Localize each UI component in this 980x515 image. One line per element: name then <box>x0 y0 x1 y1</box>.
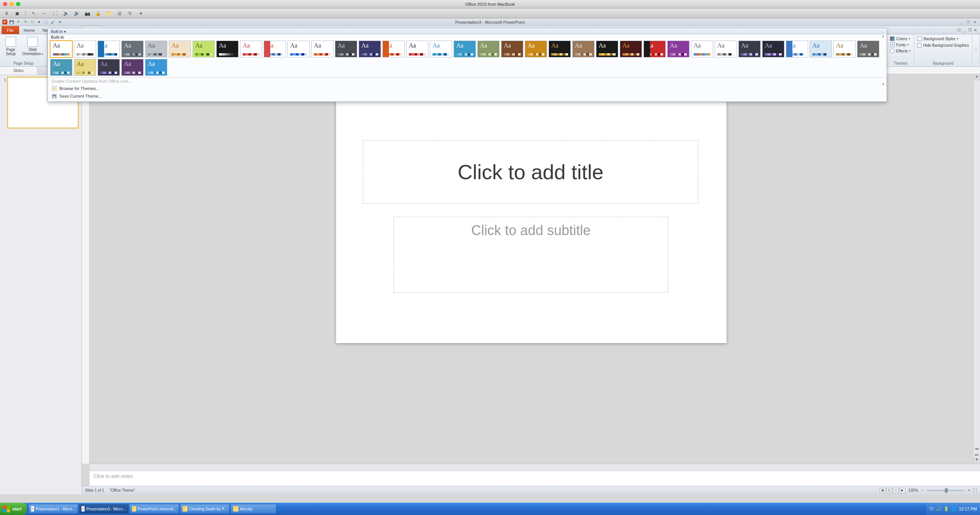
theme-thumb-0[interactable]: Aa <box>50 41 72 57</box>
refresh-icon[interactable]: ↻ <box>127 10 134 16</box>
theme-thumb-10[interactable]: Aa <box>287 41 310 57</box>
theme-thumb-23[interactable]: Aa <box>596 41 618 57</box>
theme-thumb-31[interactable]: Aa <box>786 41 808 57</box>
slideshow-view-icon[interactable]: ▶ <box>899 488 905 493</box>
theme-thumb-15[interactable]: Aa <box>406 41 428 57</box>
browse-for-themes[interactable]: 📁 Browse for Themes... <box>49 85 886 92</box>
effects-button[interactable]: Effects▾ <box>889 48 911 54</box>
task-item-2[interactable]: 📁PowerPoint Universit... <box>129 504 179 514</box>
tab-slides[interactable]: Slides <box>0 67 38 75</box>
close-button[interactable] <box>3 2 7 6</box>
close-window-icon[interactable]: ✕ <box>972 20 978 25</box>
prev-slide-icon[interactable]: ⏮ <box>973 446 980 451</box>
theme-thumb-1[interactable]: Aa <box>74 41 96 57</box>
theme-thumb-8[interactable]: Aa <box>240 41 262 57</box>
powerpoint-icon[interactable]: P <box>2 20 7 25</box>
clock[interactable]: 12:17 PM <box>959 507 977 511</box>
theme-thumb-18[interactable]: Aa <box>477 41 500 57</box>
vertical-scrollbar[interactable]: ▲ ▼ ⏮ ⏭ <box>973 74 980 464</box>
theme-thumb-20[interactable]: Aa <box>525 41 547 57</box>
theme-thumb-3[interactable]: Aa <box>121 41 144 57</box>
theme-thumb-9[interactable]: Aa <box>264 41 286 57</box>
theme-thumb-5[interactable]: Aa <box>169 41 191 57</box>
tray-icon-2[interactable]: 🔊 <box>936 507 941 512</box>
camera-icon[interactable]: 📷 <box>84 10 91 16</box>
zoom-knob[interactable] <box>945 488 948 493</box>
close-doc-icon[interactable]: ✕ <box>974 28 977 32</box>
normal-view-icon[interactable]: ▦ <box>880 488 886 493</box>
title-placeholder[interactable]: Click to add title <box>363 140 698 204</box>
zoom-slider[interactable] <box>926 490 965 491</box>
volume-up-icon[interactable]: 🔊 <box>73 10 80 16</box>
next-slide-icon[interactable]: ⏭ <box>973 453 980 457</box>
folder-icon[interactable]: 📁 <box>105 10 112 16</box>
minimize-button[interactable] <box>10 2 14 6</box>
resize-h-icon[interactable]: ↔ <box>41 10 48 16</box>
reading-view-icon[interactable]: ▭ <box>893 488 899 493</box>
qat-icon-2[interactable]: ⬚ <box>43 20 49 25</box>
theme-thumb-6[interactable]: Aa <box>193 41 215 57</box>
pause-icon[interactable]: ⏸ <box>3 10 10 16</box>
slide-orientation-button[interactable]: Slide Orientation <box>21 36 45 57</box>
theme-thumb-25[interactable]: Aa <box>644 41 666 57</box>
fullscreen-icon[interactable]: ⛶ <box>52 10 59 16</box>
notes-pane[interactable]: Click to add notes <box>90 471 980 486</box>
restore-window-icon[interactable]: ❐ <box>965 20 971 25</box>
theme-thumb-28[interactable]: Aa <box>715 41 737 57</box>
theme-thumb-36[interactable]: Aa <box>74 59 96 76</box>
themes-gallery-header[interactable]: Built-In ▾ <box>49 29 886 34</box>
scroll-up-arrow[interactable]: ▲ <box>973 74 980 80</box>
scroll-up-icon[interactable]: ▲ <box>882 34 885 38</box>
theme-thumb-37[interactable]: Aa <box>98 59 120 76</box>
repeat-icon[interactable]: ↻ <box>29 20 35 25</box>
theme-thumb-39[interactable]: Aa <box>145 59 167 76</box>
tab-home[interactable]: Home <box>20 26 39 34</box>
theme-thumb-21[interactable]: Aa <box>549 41 571 57</box>
theme-thumb-24[interactable]: Aa <box>620 41 642 57</box>
task-item-3[interactable]: 📁Cheating Death by P... <box>180 504 230 514</box>
theme-thumb-17[interactable]: Aa <box>454 41 476 57</box>
theme-thumb-11[interactable]: Aa <box>311 41 333 57</box>
file-tab[interactable]: File <box>2 26 19 34</box>
redo-icon[interactable]: ↷ <box>23 20 28 25</box>
scroll-down-icon[interactable]: ▼ <box>882 83 885 86</box>
subtitle-placeholder[interactable]: Click to add subtitle <box>394 217 668 293</box>
stop-icon[interactable]: ◼ <box>14 10 21 16</box>
qat-icon-1[interactable]: ✦ <box>36 20 42 25</box>
theme-thumb-34[interactable]: Aa <box>857 41 879 57</box>
theme-thumb-27[interactable]: Aa <box>691 41 713 57</box>
start-button[interactable]: start <box>0 503 27 515</box>
theme-thumb-33[interactable]: Aa <box>833 41 856 57</box>
tray-icon-1[interactable]: 🛡 <box>929 507 934 511</box>
zoom-in-icon[interactable]: + <box>968 488 970 492</box>
theme-thumb-29[interactable]: Aa <box>738 41 761 57</box>
restore-doc-icon[interactable]: ❐ <box>968 28 972 32</box>
save-icon[interactable]: 💾 <box>9 20 14 25</box>
theme-thumb-26[interactable]: Aa <box>667 41 689 57</box>
cursor-icon[interactable]: ↖ <box>30 10 37 16</box>
theme-thumb-32[interactable]: Aa <box>810 41 832 57</box>
fonts-button[interactable]: AFonts▾ <box>889 42 911 47</box>
theme-thumb-16[interactable]: Aa <box>430 41 452 57</box>
minimize-window-icon[interactable]: _ <box>959 20 964 25</box>
theme-thumb-4[interactable]: Aa <box>145 41 167 57</box>
background-styles-button[interactable]: Background Styles▾ <box>916 36 970 41</box>
lock-icon[interactable]: 🔒 <box>95 10 101 16</box>
hide-bg-checkbox[interactable]: Hide Background Graphics <box>916 43 970 48</box>
volume-down-icon[interactable]: 🔉 <box>62 10 69 16</box>
colors-button[interactable]: Colors▾ <box>889 36 911 41</box>
minimize-ribbon-icon[interactable]: _ <box>964 28 966 32</box>
zoom-out-icon[interactable]: − <box>921 488 923 492</box>
print-icon[interactable]: 🖨 <box>116 10 123 16</box>
theme-thumb-7[interactable]: Aa <box>216 41 238 57</box>
theme-thumb-35[interactable]: Aa <box>50 59 72 76</box>
chevron-down-icon[interactable]: ▾ <box>137 10 144 16</box>
ribbon-collapse[interactable]: ˄ <box>972 34 980 66</box>
maximize-button[interactable] <box>16 2 20 6</box>
undo-icon[interactable]: ↶ <box>16 20 21 25</box>
task-item-0[interactable]: PPresentation1 - Micro... <box>28 504 78 514</box>
theme-thumb-22[interactable]: Aa <box>572 41 595 57</box>
theme-thumb-38[interactable]: Aa <box>121 59 144 76</box>
fit-to-window-icon[interactable]: ⛶ <box>973 488 977 492</box>
paint-icon[interactable]: 🖌 <box>50 20 56 25</box>
